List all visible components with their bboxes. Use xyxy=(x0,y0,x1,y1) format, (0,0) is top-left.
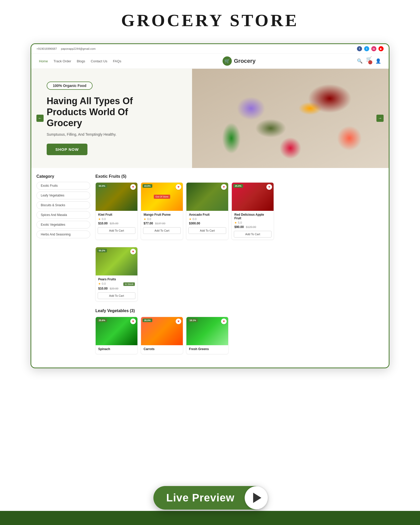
star-icon: ★ xyxy=(144,217,146,221)
sidebar-item-exotic-fruits[interactable]: Exotic Fruits xyxy=(36,182,90,190)
user-icon[interactable]: 👤 xyxy=(375,58,381,64)
main-content: Category Exotic Fruits Leafy Vegetables … xyxy=(31,168,389,368)
sidebar-item-spices[interactable]: Spices And Masala xyxy=(36,211,90,219)
mango-rating: ★ 0.0 xyxy=(144,217,180,221)
spinach-name: Spinach xyxy=(98,347,135,351)
products-area: Exotic Fruits (5) 60.0% ♥ Kiwi Fruit ★ 0… xyxy=(95,174,384,361)
avocado-info: Avocado Fruit ★ 0.0 $300.00 xyxy=(186,211,228,227)
product-image-carrots: 35.0% ♥ xyxy=(141,317,183,345)
apple-discount-badge: 25.0% xyxy=(233,184,243,188)
sidebar-title: Category xyxy=(36,174,90,179)
pears-grid: 50.2% ♥ Pears Fruits ★ 0.0 In Stock xyxy=(95,247,384,301)
cart-icon[interactable]: 🛒 2 xyxy=(366,56,372,66)
avocado-name: Avocado Fruit xyxy=(189,213,226,216)
spinach-wishlist-button[interactable]: ♥ xyxy=(130,319,136,324)
nav-links: Home Track Order Blogs Contact Us FAQs xyxy=(39,59,121,63)
mango-price: $77.00 $137.00 xyxy=(144,222,180,225)
avocado-rating: ★ 0.0 xyxy=(189,217,226,221)
pear-name: Pears Fruits xyxy=(98,278,135,281)
kiwi-info: Kiwi Fruit ★ 0.0 $10.00 $25.00 xyxy=(96,211,137,227)
instagram-icon[interactable]: in xyxy=(371,46,376,51)
live-preview-play-button[interactable] xyxy=(245,486,268,509)
fruit-mosaic-decoration xyxy=(192,69,389,168)
apple-info: Red Delicious Apple Fruit ★ 5.0 $90.00 $… xyxy=(232,211,274,231)
kiwi-discount-badge: 60.0% xyxy=(97,184,107,188)
hero-badge: 100% Organic Food xyxy=(47,82,93,90)
greens-wishlist-button[interactable]: ♥ xyxy=(221,319,227,324)
shop-now-button[interactable]: SHOP NOW xyxy=(47,144,87,155)
kiwi-wishlist-button[interactable]: ♥ xyxy=(130,184,136,190)
nav-icons: 🔍 🛒 2 👤 xyxy=(357,56,381,66)
cart-badge: 2 xyxy=(368,60,372,64)
sidebar-item-herbs[interactable]: Herbs And Seasoning xyxy=(36,231,90,238)
nav-home[interactable]: Home xyxy=(39,59,48,63)
avocado-add-cart-button[interactable]: Add To Cart xyxy=(188,227,226,234)
greens-name: Fresh Greens xyxy=(189,347,226,351)
product-card-spinach: 25.6% ♥ Spinach xyxy=(95,317,138,354)
star-icon: ★ xyxy=(189,217,192,221)
bottom-bar xyxy=(0,511,420,525)
kiwi-price: $10.00 $25.00 xyxy=(98,222,135,225)
page-title: GROCERY STORE xyxy=(121,10,299,31)
mango-add-cart-button[interactable]: Add To Cart xyxy=(143,227,181,234)
product-card-pear: 50.2% ♥ Pears Fruits ★ 0.0 In Stock xyxy=(95,247,138,301)
pear-discount-badge: 50.2% xyxy=(97,249,107,252)
star-icon: ★ xyxy=(234,221,237,224)
browser-frame: +919016996687 paponapp2244@gmail.com f t… xyxy=(31,43,389,368)
logo-icon: 🛒 xyxy=(223,56,232,66)
live-preview-area: Live Preview xyxy=(153,486,266,510)
avocado-price: $300.00 xyxy=(189,222,226,225)
sidebar-item-leafy-vegetables[interactable]: Leafy Vegetables xyxy=(36,192,90,199)
avocado-wishlist-button[interactable]: ♥ xyxy=(221,184,227,190)
top-bar-left: +919016996687 paponapp2244@gmail.com xyxy=(36,47,96,50)
hero-headline: Having All Types Of Products World Of Gr… xyxy=(47,95,165,129)
pear-wishlist-button[interactable]: ♥ xyxy=(130,249,136,254)
product-image-kiwi: 60.0% ♥ xyxy=(96,183,137,211)
hero-subtext: Sumptuous, Filling, And Temptingly Healt… xyxy=(47,132,165,136)
social-links: f t in ▶ xyxy=(357,46,384,51)
mango-wishlist-button[interactable]: ♥ xyxy=(176,184,181,190)
nav-faqs[interactable]: FAQs xyxy=(113,59,121,63)
nav-contact[interactable]: Contact Us xyxy=(91,59,107,63)
kiwi-rating: ★ 0.0 xyxy=(98,217,135,221)
pear-status-badge: In Stock xyxy=(123,282,135,286)
star-icon: ★ xyxy=(98,217,101,221)
hero-prev-button[interactable]: ← xyxy=(36,115,44,122)
phone-number: +919016996687 xyxy=(36,47,57,50)
product-image-pear: 50.2% ♥ xyxy=(96,247,137,275)
product-image-greens: 18.1% ♥ xyxy=(186,317,228,345)
carrots-wishlist-button[interactable]: ♥ xyxy=(176,319,181,324)
hero-section: ← 100% Organic Food Having All Types Of … xyxy=(31,69,389,168)
product-image-apple: 25.0% ♥ xyxy=(232,183,274,211)
greens-info: Fresh Greens xyxy=(186,345,228,354)
sidebar-item-biscuits[interactable]: Biscuits & Snacks xyxy=(36,201,90,209)
spinach-discount-badge: 25.6% xyxy=(97,319,107,322)
mango-status-badge: Out Of Store xyxy=(154,195,170,199)
apple-wishlist-button[interactable]: ♥ xyxy=(266,184,272,190)
sidebar-item-exotic-vegetables[interactable]: Exotic Vegetables xyxy=(36,221,90,229)
product-card-avocado: ♥ Avocado Fruit ★ 0.0 $300.00 Add To Car… xyxy=(186,182,228,240)
hero-image xyxy=(192,69,389,168)
twitter-icon[interactable]: t xyxy=(364,46,369,51)
mango-name: Mango Fruit Puree xyxy=(144,213,180,216)
pear-add-cart-button[interactable]: Add To Cart xyxy=(98,292,135,299)
mango-discount-badge: 43.8% xyxy=(143,184,152,188)
nav-logo[interactable]: 🛒 Grocery xyxy=(223,56,255,66)
pear-rating: ★ 0.0 xyxy=(98,282,106,285)
top-bar: +919016996687 paponapp2244@gmail.com f t… xyxy=(31,44,389,54)
carrots-info: Carrots xyxy=(141,345,183,354)
kiwi-add-cart-button[interactable]: Add To Cart xyxy=(98,227,135,234)
hero-next-button[interactable]: → xyxy=(376,115,384,122)
product-image-spinach: 25.6% ♥ xyxy=(96,317,137,345)
search-icon[interactable]: 🔍 xyxy=(357,58,363,64)
email-address: paponapp2244@gmail.com xyxy=(61,47,96,50)
youtube-icon[interactable]: ▶ xyxy=(378,46,384,51)
nav-track-order[interactable]: Track Order xyxy=(54,59,71,63)
navbar: Home Track Order Blogs Contact Us FAQs 🛒… xyxy=(31,54,389,69)
greens-discount-badge: 18.1% xyxy=(188,319,198,322)
nav-blogs[interactable]: Blogs xyxy=(77,59,85,63)
facebook-icon[interactable]: f xyxy=(357,46,362,51)
kiwi-name: Kiwi Fruit xyxy=(98,213,135,216)
apple-price: $90.00 $120.00 xyxy=(234,225,271,229)
apple-add-cart-button[interactable]: Add To Cart xyxy=(234,231,272,237)
